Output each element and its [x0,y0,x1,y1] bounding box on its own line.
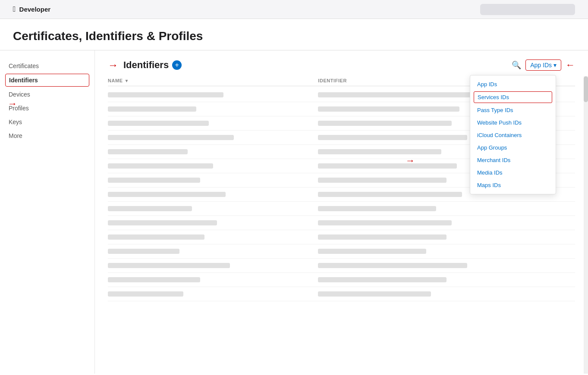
sidebar-item-certificates[interactable]: Certificates [0,59,94,73]
cell-name [108,263,318,268]
dropdown-item-icloud-containers[interactable]: iCloud Containers [470,129,556,141]
cell-identifier [318,234,575,240]
table-row [108,287,575,301]
dropdown-item-app-ids[interactable]: App IDs [470,78,556,91]
identifiers-section-title: Identifiers [123,59,169,71]
dropdown-item-media-ids[interactable]: Media IDs [470,166,556,179]
header-actions: 🔍 App IDs ▾ ← App IDs Services IDs Pass … [512,59,575,71]
cell-name [108,92,318,97]
dropdown-item-pass-type-ids[interactable]: Pass Type IDs [470,104,556,116]
page-title: Certificates, Identifiers & Profiles [13,29,575,43]
dropdown-button-label: App IDs [530,62,552,69]
table-row [108,244,575,259]
sidebar-item-more[interactable]: More [0,129,94,143]
cell-name [108,249,318,254]
cell-identifier [318,291,575,297]
table-row [108,216,575,230]
sidebar-item-keys[interactable]: Keys [0,115,94,129]
identifiers-title-group: → Identifiers + [108,59,182,71]
dropdown-item-app-groups[interactable]: App Groups [470,141,556,154]
table-row [108,259,575,273]
cell-name [108,234,318,240]
scrollbar-thumb[interactable] [584,76,588,102]
main-layout: Certificates Identifiers Devices Profile… [0,50,588,374]
cell-name [108,220,318,225]
cell-name [108,192,318,197]
scrollbar-track[interactable] [584,76,588,374]
apple-logo-icon:  [13,5,16,14]
cell-name [108,106,318,112]
arrow-identifiers-annotation: → [108,59,118,71]
cell-name [108,135,318,140]
search-icon[interactable]: 🔍 [512,60,521,70]
chevron-down-icon: ▾ [553,62,557,69]
cell-name [108,291,318,297]
sidebar-item-identifiers[interactable]: Identifiers [5,74,89,87]
sidebar: Certificates Identifiers Devices Profile… [0,50,95,374]
header-search-bar [480,4,575,15]
cell-name [108,178,318,183]
page-title-bar: Certificates, Identifiers & Profiles [0,19,588,50]
dropdown-item-maps-ids[interactable]: Maps IDs [470,179,556,191]
arrow-dropdown-annotation: ← [566,59,575,71]
sort-arrow-icon[interactable]: ▼ [125,78,129,83]
content-area: → Identifiers + 🔍 App IDs ▾ ← App IDs Se… [95,50,588,374]
cell-identifier [318,249,575,254]
table-row [108,230,575,244]
cell-identifier [318,220,575,225]
cell-name [108,149,318,154]
col-header-name: NAME ▼ [108,78,318,83]
identifiers-header: → Identifiers + 🔍 App IDs ▾ ← App IDs Se… [108,59,575,71]
cell-name [108,121,318,126]
cell-name [108,163,318,169]
header:  Developer [0,0,588,19]
dropdown-menu: App IDs Services IDs Pass Type IDs Websi… [470,75,556,194]
dropdown-item-merchant-ids[interactable]: Merchant IDs [470,154,556,166]
sidebar-item-profiles[interactable]: Profiles [0,101,94,115]
dropdown-item-website-push-ids[interactable]: Website Push IDs [470,116,556,129]
cell-name [108,206,318,211]
table-row [108,273,575,287]
cell-identifier [318,206,575,211]
header-title: Developer [19,6,51,13]
table-row [108,202,575,216]
add-identifier-button[interactable]: + [172,60,182,70]
sidebar-item-devices[interactable]: Devices [0,88,94,101]
cell-name [108,277,318,282]
cell-identifier [318,263,575,268]
app-ids-dropdown-button[interactable]: App IDs ▾ [525,59,561,71]
cell-identifier [318,277,575,282]
dropdown-item-services-ids[interactable]: Services IDs [474,91,552,103]
